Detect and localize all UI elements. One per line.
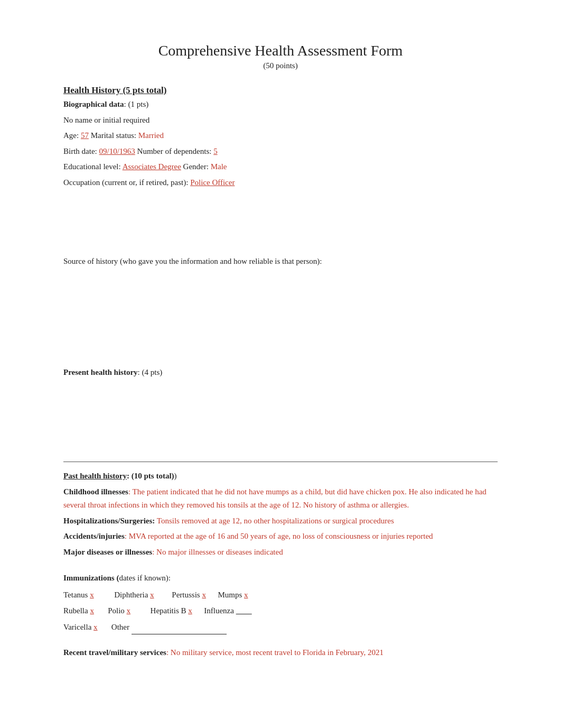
hosp-line: Hospitalizations/Surgeries: Tonsils remo… [63,514,498,528]
education-gender-line: Educational level: Associates Degree Gen… [63,160,498,174]
source-history-label: Source of history (who gave you the info… [63,255,498,269]
past-health-header: Past health history: (10 pts total)) [63,469,498,483]
birth-label: Birth date: [63,147,99,155]
gender-label: Gender: [181,162,211,171]
immunization-row-3: Varicella x Other [63,620,498,635]
accidents-label: Accidents/injuries [63,532,125,540]
recent-travel-label: Recent travel/military services [63,648,166,657]
major-text: : No major illnesses or diseases indicat… [152,548,283,556]
birth-dependents-line: Birth date: 09/10/1963 Number of depende… [63,145,498,159]
age-label: Age: [63,131,81,140]
immunizations-suffix: dates if known): [119,574,170,582]
rubella-label: Rubella [63,606,90,615]
mumps-value: x [244,591,248,599]
tetanus-label: Tetanus [63,591,90,599]
influenza-value [236,606,252,615]
past-health-pts: : (10 pts total) [127,472,174,480]
immunization-row-1: Tetanus x Diphtheria x Pertussis x Mumps… [63,587,498,603]
diphtheria-label: Diphtheria [114,591,150,599]
past-health-pts-close: ) [174,472,177,480]
page-title: Comprehensive Health Assessment Form [63,42,498,59]
polio-label: Polio [108,606,126,615]
tetanus-value: x [90,591,94,599]
immunizations-header: Immunizations (dates if known): [63,572,498,585]
biographical-label: Biographical data [63,100,124,108]
other-label: Other [111,623,132,631]
marital-label: Marital status: [89,131,138,140]
occupation-label: Occupation (current or, if retired, past… [63,178,190,187]
present-health-header: Present health history: (4 pts) [63,366,498,380]
dependents-value: 5 [213,147,218,155]
recent-travel-line: Recent travel/military services: No mili… [63,646,498,660]
immunization-row-2: Rubella x Polio x Hepatitis B x Influenz… [63,603,498,619]
education-label: Educational level: [63,162,123,171]
influenza-label: Influenza [204,606,236,615]
present-health-pts: : (4 pts) [138,368,163,376]
diphtheria-value: x [150,591,154,599]
immunizations-label: Immunizations ( [63,574,119,582]
major-label: Major diseases or illnesses [63,548,152,556]
hosp-text: Tonsils removed at age 12, no other hosp… [155,517,394,525]
occupation-line: Occupation (current or, if retired, past… [63,176,498,190]
page-subtitle: (50 points) [63,61,498,70]
birth-value: 09/10/1963 [99,147,135,155]
past-health-title: Past health history [63,472,127,480]
health-history-header: Health History (5 pts total) [63,85,498,96]
varicella-value: x [94,623,98,631]
no-name-line: No name or initial required [63,114,498,127]
rubella-value: x [90,606,94,615]
hepatitis-label: Hepatitis B [151,606,189,615]
pertussis-value: x [202,591,206,599]
biographical-pts: : (1 pts) [124,100,149,108]
varicella-label: Varicella [63,623,94,631]
present-health-label: Present health history [63,368,138,376]
pertussis-label: Pertussis [172,591,202,599]
childhood-line: Childhood illnesses: The patient indicat… [63,485,498,512]
age-marital-line: Age: 57 Marital status: Married [63,129,498,143]
gender-value: Male [211,162,227,171]
hepatitis-value: x [188,606,192,615]
accidents-line: Accidents/injuries: MVA reported at the … [63,530,498,543]
polio-value: x [127,606,131,615]
childhood-label: Childhood illnesses [63,487,128,496]
recent-travel-text: : No military service, most recent trave… [166,648,384,657]
hosp-label: Hospitalizations/Surgeries: [63,517,155,525]
age-value: 57 [81,131,89,140]
dependents-label: Number of dependents: [135,147,213,155]
education-value: Associates Degree [123,162,181,171]
other-blank [132,626,227,634]
biographical-header: Biographical data: (1 pts) [63,98,498,112]
occupation-value: Police Officer [190,178,235,187]
accidents-text: : MVA reported at the age of 16 and 50 y… [125,532,433,540]
mumps-label: Mumps [218,591,244,599]
marital-value: Married [138,131,164,140]
major-diseases-line: Major diseases or illnesses: No major il… [63,546,498,559]
section-divider [63,462,498,462]
